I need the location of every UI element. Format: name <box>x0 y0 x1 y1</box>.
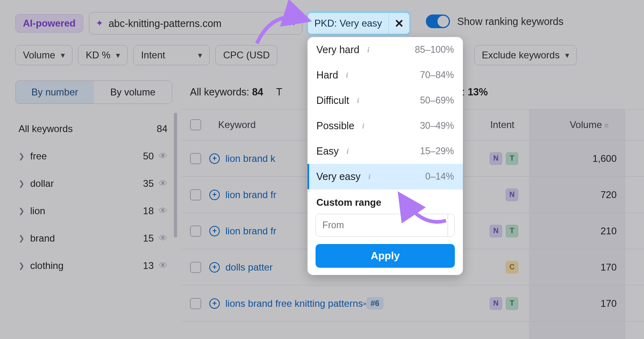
intent-badge: T <box>506 152 518 165</box>
info-icon[interactable]: i <box>365 173 374 181</box>
sidebar-item[interactable]: ❯brand15👁 <box>15 225 172 252</box>
filter-kd[interactable]: KD %▾ <box>78 45 128 65</box>
intent-badge: N <box>489 297 502 310</box>
intent-badge: T <box>506 225 518 238</box>
intent-badge: C <box>506 261 518 274</box>
show-ranking-toggle[interactable] <box>426 14 450 28</box>
sidebar-all-keywords[interactable]: All keywords 84 <box>15 115 172 143</box>
row-checkbox[interactable] <box>190 262 201 273</box>
segment-by-volume[interactable]: By volume <box>94 81 172 103</box>
volume-value: 720 <box>601 189 617 201</box>
sidebar-item[interactable]: ❯free50👁 <box>15 143 172 170</box>
eye-icon[interactable]: 👁 <box>159 260 167 271</box>
keyword-link[interactable]: lion brand fr <box>225 225 277 237</box>
info-icon[interactable]: i <box>343 71 351 79</box>
eye-icon[interactable]: 👁 <box>159 233 167 244</box>
col-intent[interactable]: Intent <box>490 119 514 130</box>
info-icon[interactable]: i <box>344 147 352 155</box>
pkd-filter-chip[interactable]: PKD: Very easy ✕ <box>307 12 410 35</box>
add-keyword-icon[interactable]: + <box>209 298 220 309</box>
select-all-checkbox[interactable] <box>190 119 201 130</box>
apply-button[interactable]: Apply <box>316 244 455 268</box>
volume-value: 170 <box>601 298 617 309</box>
volume-value: 170 <box>601 262 617 273</box>
filter-exclude-keywords[interactable]: Exclude keywords▾ <box>474 45 577 65</box>
chevron-down-icon: ▾ <box>116 50 120 60</box>
range-to-input[interactable] <box>448 214 455 236</box>
eye-icon[interactable]: 👁 <box>159 206 167 216</box>
info-icon[interactable]: i <box>354 97 362 105</box>
info-icon[interactable]: i <box>364 46 372 54</box>
sidebar: By number By volume All keywords 84 ❯fre… <box>15 81 172 279</box>
col-volume[interactable]: Volume≡ <box>570 119 609 130</box>
sidebar-item[interactable]: ❯dollar35👁 <box>15 170 172 197</box>
row-checkbox[interactable] <box>190 298 201 309</box>
pkd-option[interactable]: Hardi70–84% <box>308 62 463 88</box>
keyword-link[interactable]: lion brand k <box>225 153 275 164</box>
clear-search-icon[interactable]: ✕ <box>288 18 295 29</box>
eye-icon[interactable]: 👁 <box>159 178 167 189</box>
pkd-option[interactable]: Possiblei30–49% <box>308 113 463 138</box>
pkd-option[interactable]: Easyi15–29% <box>308 138 463 164</box>
info-icon[interactable]: i <box>359 122 367 130</box>
chevron-right-icon: ❯ <box>19 261 25 270</box>
chevron-right-icon: ❯ <box>19 207 25 215</box>
chevron-right-icon: ❯ <box>19 234 25 243</box>
keyword-link[interactable]: dolls patter <box>225 262 272 273</box>
scrollbar[interactable] <box>174 113 177 238</box>
intent-badge: N <box>489 225 502 238</box>
filter-cpc[interactable]: CPC (USD <box>215 45 277 65</box>
keyword-link[interactable]: lion brand fr <box>225 189 277 201</box>
pkd-option[interactable]: Very easyi0–14% <box>308 164 463 189</box>
volume-value: 210 <box>601 225 617 237</box>
add-keyword-icon[interactable]: + <box>209 262 220 273</box>
search-value: abc-knitting-patterns.com <box>109 18 283 29</box>
range-from-input[interactable] <box>316 214 448 236</box>
custom-range-label: Custom range <box>308 189 463 214</box>
segment-by-number[interactable]: By number <box>15 81 94 104</box>
sort-icon[interactable]: ≡ <box>604 122 609 130</box>
toggle-label: Show ranking keywords <box>457 16 564 27</box>
filter-intent[interactable]: Intent▾ <box>133 45 210 65</box>
intent-badge: N <box>489 152 502 165</box>
sidebar-item[interactable]: ❯lion18👁 <box>15 197 172 225</box>
sidebar-item[interactable]: ❯clothing13👁 <box>15 252 172 279</box>
filter-volume[interactable]: Volume▾ <box>15 45 72 65</box>
chevron-right-icon: ❯ <box>19 179 25 188</box>
intent-badge: T <box>506 297 518 310</box>
eye-icon[interactable]: 👁 <box>159 151 167 161</box>
intent-badge: N <box>506 188 518 201</box>
rank-chip: #6 <box>366 297 383 310</box>
keyword-link[interactable]: lions brand free knitting patterns <box>225 298 363 309</box>
ai-powered-badge: AI-powered <box>15 14 83 33</box>
chevron-right-icon: ❯ <box>19 152 25 161</box>
volume-value: 1,600 <box>592 153 617 164</box>
chevron-down-icon: ▾ <box>61 50 65 60</box>
add-keyword-icon[interactable]: + <box>209 190 220 200</box>
row-checkbox[interactable] <box>190 189 201 201</box>
row-checkbox[interactable] <box>190 225 201 237</box>
close-icon[interactable]: ✕ <box>388 13 409 34</box>
pkd-option[interactable]: Difficulti50–69% <box>308 88 463 113</box>
row-checkbox[interactable] <box>190 153 201 164</box>
col-keyword[interactable]: Keyword <box>218 119 256 130</box>
table-row: + lions brand free knitting patterns » #… <box>182 285 644 322</box>
add-keyword-icon[interactable]: + <box>209 226 220 236</box>
sparkle-icon: ✦ <box>96 18 103 29</box>
domain-search-input[interactable]: ✦ abc-knitting-patterns.com ✕ <box>89 12 302 35</box>
add-keyword-icon[interactable]: + <box>209 153 220 164</box>
pkd-dropdown: Very hardi85–100%Hardi70–84%Difficulti50… <box>308 37 463 275</box>
pkd-option[interactable]: Very hardi85–100% <box>308 37 463 62</box>
chevron-down-icon: ▾ <box>565 50 569 60</box>
chevron-down-icon: ▾ <box>198 50 202 60</box>
